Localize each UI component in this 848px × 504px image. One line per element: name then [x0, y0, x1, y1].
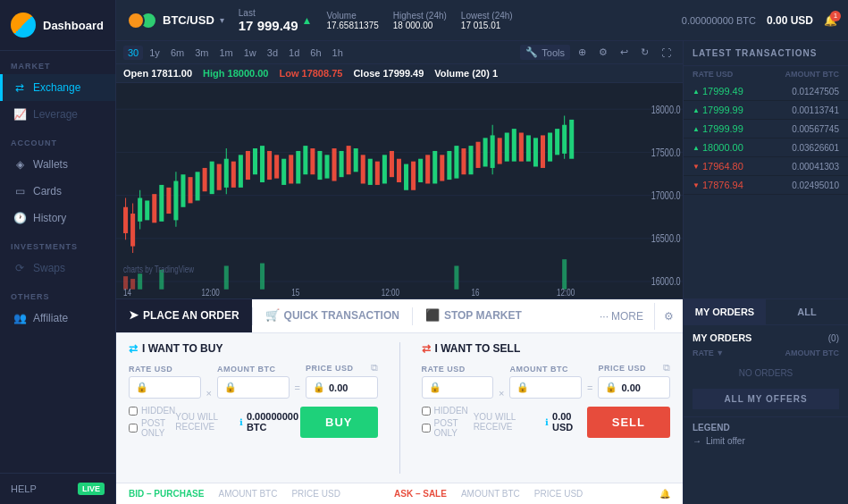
- svg-rect-49: [368, 159, 373, 185]
- more-icon: ···: [600, 310, 609, 323]
- sidebar-section-account: ACCOUNT: [0, 128, 115, 151]
- sell-post-only-check[interactable]: POST ONLY: [422, 418, 474, 438]
- pair-selector[interactable]: BTC/USD ▾: [127, 12, 224, 29]
- buy-post-only-checkbox[interactable]: [129, 424, 138, 433]
- interval-1d[interactable]: 1d: [284, 46, 304, 60]
- interval-1y[interactable]: 1y: [145, 46, 164, 60]
- svg-text:16500.0: 16500.0: [651, 232, 681, 245]
- buy-form-bottom: HIDDEN POST ONLY YOU WILL RECEIVE ℹ: [129, 406, 378, 438]
- svg-rect-54: [404, 164, 408, 190]
- buy-hidden-check[interactable]: HIDDEN: [129, 406, 175, 416]
- buy-side-title: ⇄ I WANT TO BUY: [129, 342, 378, 355]
- my-orders-tab[interactable]: MY ORDERS: [684, 299, 766, 324]
- svg-rect-63: [468, 146, 473, 174]
- buy-price-copy-icon[interactable]: ⧉: [371, 362, 378, 374]
- last-label: Last: [239, 8, 298, 18]
- buy-amount-group: AMOUNT BTC 🔒: [217, 365, 290, 399]
- transaction-row: ▲ 17999.99 0.00567745: [684, 120, 848, 139]
- tx-amount: 0.00567745: [792, 124, 839, 134]
- tab-stop-market[interactable]: ⬛ STOP MARKET: [413, 299, 534, 332]
- svg-text:charts by TradingView: charts by TradingView: [123, 263, 195, 274]
- sidebar-item-swaps[interactable]: ⟳ Swaps: [0, 255, 115, 281]
- sell-hidden-checkbox[interactable]: [422, 407, 431, 416]
- sell-rate-input[interactable]: [445, 382, 487, 393]
- sell-post-only-checkbox[interactable]: [422, 424, 431, 433]
- interval-3d[interactable]: 3d: [263, 46, 282, 60]
- pair-dropdown-icon: ▾: [220, 15, 224, 25]
- svg-rect-48: [361, 155, 365, 183]
- tab-gear-button[interactable]: ⚙: [654, 303, 683, 330]
- buy-post-only-check[interactable]: POST ONLY: [129, 418, 175, 438]
- interval-1h[interactable]: 1h: [328, 46, 348, 60]
- logo-icon: [11, 13, 36, 38]
- buy-rate-label: RATE USD: [129, 365, 201, 374]
- tools-button[interactable]: 🔧 Tools: [520, 45, 570, 60]
- buy-info-icon[interactable]: ℹ: [239, 417, 243, 427]
- bell-icon-bottom[interactable]: 🔔: [659, 489, 670, 499]
- sidebar-item-affiliate[interactable]: 👥 Affiliate: [0, 305, 115, 332]
- all-tab[interactable]: ALL: [766, 299, 848, 324]
- sell-price-copy-icon[interactable]: ⧉: [663, 362, 670, 374]
- chart-indicators-btn[interactable]: ⊕: [574, 45, 591, 60]
- sidebar-item-history[interactable]: 🕐 History: [0, 205, 115, 231]
- svg-rect-31: [239, 155, 243, 188]
- tab-more[interactable]: ··· MORE: [589, 301, 654, 332]
- sell-info-icon[interactable]: ℹ: [545, 417, 549, 427]
- interval-6m[interactable]: 6m: [166, 46, 189, 60]
- svg-rect-52: [390, 151, 394, 177]
- wallets-icon: ◈: [13, 158, 26, 171]
- buy-hidden-checkbox[interactable]: [129, 407, 138, 416]
- buy-rate-input[interactable]: [152, 382, 194, 393]
- svg-rect-30: [231, 162, 236, 188]
- sell-amount-group: AMOUNT BTC 🔒: [509, 365, 582, 399]
- sell-button[interactable]: SELL: [587, 407, 670, 438]
- svg-rect-87: [562, 259, 567, 290]
- volume-value: 17.65811375: [326, 21, 378, 30]
- chart-fullscreen-btn[interactable]: ⛶: [657, 46, 676, 60]
- cards-icon: ▭: [13, 185, 26, 197]
- interval-3m[interactable]: 3m: [190, 46, 213, 60]
- notification-button[interactable]: 🔔 1: [824, 14, 837, 27]
- svg-rect-39: [296, 151, 300, 184]
- interval-1m[interactable]: 1m: [214, 46, 237, 60]
- legend-title: LEGEND: [693, 423, 839, 433]
- swaps-icon: ⟳: [13, 262, 26, 274]
- svg-rect-70: [512, 129, 516, 162]
- svg-rect-86: [454, 265, 458, 289]
- chart-refresh-btn[interactable]: ↻: [636, 45, 653, 60]
- tx-amount: 0.03626601: [792, 143, 839, 153]
- sidebar-item-cards[interactable]: ▭ Cards: [0, 178, 115, 205]
- all-my-offers-button[interactable]: ALL MY OFFERS: [693, 389, 839, 409]
- sell-title-text: I WANT TO SELL: [435, 342, 521, 355]
- chart-settings-btn[interactable]: ⚙: [594, 45, 612, 60]
- buy-form-fields: RATE USD 🔒 × AMOUNT BTC 🔒: [129, 362, 378, 399]
- tab-place-order[interactable]: ➤ PLACE AN ORDER: [116, 299, 252, 332]
- sidebar-section-investments: INVESTMENTS: [0, 231, 115, 255]
- buy-button[interactable]: BUY: [300, 407, 377, 438]
- svg-rect-62: [461, 148, 466, 174]
- help-text[interactable]: HELP: [11, 483, 37, 494]
- tx-rate: ▲ 17999.99: [693, 123, 743, 134]
- sell-amount-input[interactable]: [533, 382, 575, 393]
- sidebar-item-leverage[interactable]: 📈 Leverage: [0, 101, 115, 128]
- interval-30[interactable]: 30: [123, 46, 143, 60]
- sidebar-section-others: OTHERS: [0, 281, 115, 305]
- tab-quick-transaction[interactable]: 🛒 QUICK TRANSACTION: [253, 299, 412, 332]
- sidebar-item-wallets[interactable]: ◈ Wallets: [0, 151, 115, 178]
- interval-6h[interactable]: 6h: [306, 46, 325, 60]
- svg-rect-56: [418, 159, 423, 182]
- btc-balance: 0.00000000 BTC: [682, 15, 756, 26]
- sidebar-item-exchange[interactable]: ⇄ Exchange: [0, 74, 115, 101]
- svg-rect-25: [203, 168, 207, 191]
- interval-1w[interactable]: 1w: [239, 46, 261, 60]
- svg-rect-71: [519, 133, 524, 162]
- chart-undo-btn[interactable]: ↩: [616, 45, 633, 60]
- sidebar-item-leverage-label: Leverage: [33, 108, 78, 121]
- svg-rect-76: [555, 129, 559, 155]
- exchange-icon: ⇄: [13, 81, 26, 94]
- quick-transaction-icon: 🛒: [265, 308, 280, 322]
- buy-price-group: PRICE USD ⧉ 🔒 0.00: [306, 362, 378, 399]
- buy-amount-input[interactable]: [240, 382, 282, 393]
- sell-hidden-check[interactable]: HIDDEN: [422, 406, 474, 416]
- sidebar-logo[interactable]: Dashboard: [0, 0, 115, 51]
